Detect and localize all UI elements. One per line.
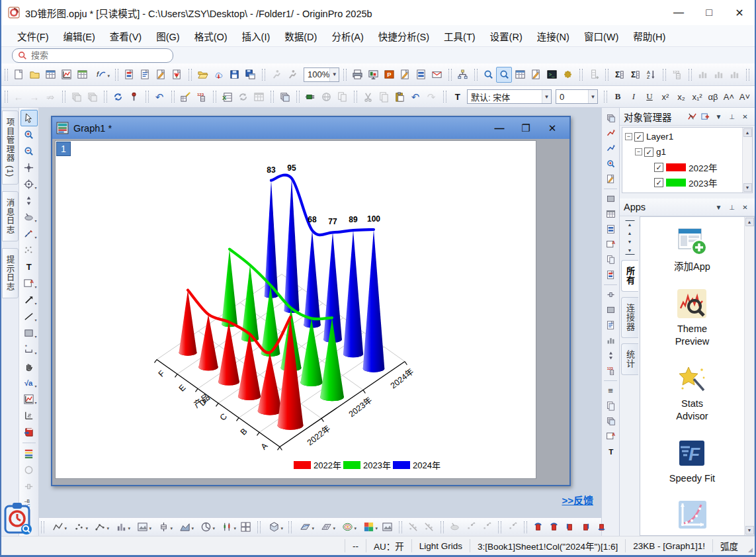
underline-icon[interactable]: U <box>642 89 657 105</box>
apps-close-icon[interactable]: ✕ <box>739 202 751 213</box>
date-time-icon[interactable]: 123 <box>603 363 618 378</box>
graph-restore-button[interactable]: ❐ <box>513 120 539 137</box>
statistics-icon[interactable]: Σ <box>627 67 643 83</box>
superscript-icon[interactable]: x² <box>657 89 673 105</box>
decrease-font-icon[interactable]: A˅ <box>737 89 753 105</box>
expander-icon[interactable]: − <box>635 148 642 155</box>
object-manager-item-Layer1[interactable]: −✓Layer1 <box>625 129 742 144</box>
add-plot-icon[interactable] <box>700 111 711 122</box>
apps-scroll-down-icon[interactable]: ▼ <box>745 526 754 535</box>
resize-graph-icon[interactable] <box>603 126 618 141</box>
project-explorer-tab[interactable]: 项目管理器 (1) <box>2 110 19 185</box>
format-text-icon[interactable]: T <box>449 89 465 105</box>
menu-f[interactable]: 文件(F) <box>11 26 56 46</box>
add-text-icon[interactable]: T <box>603 444 618 459</box>
reset-rotation-icon[interactable] <box>593 519 609 535</box>
new-graph-icon[interactable] <box>58 67 74 83</box>
graph-window-titlebar[interactable]: Graph1 * — ❐ ✕ <box>52 117 569 139</box>
find-icon[interactable] <box>496 67 512 83</box>
app-item-add-app[interactable]: 添加App <box>674 226 710 274</box>
menu-o[interactable]: 格式(O) <box>188 26 234 46</box>
menu-i[interactable]: 插入(I) <box>235 26 277 46</box>
apps-tab-统计[interactable]: 统计 <box>621 343 638 375</box>
contour-plot-icon[interactable] <box>337 519 358 535</box>
cloud-download-icon[interactable] <box>210 67 226 83</box>
new-project-icon[interactable] <box>11 67 26 83</box>
sort-icon[interactable]: AZ <box>643 67 659 83</box>
color-scale-icon[interactable] <box>603 333 618 348</box>
duplicate-window-icon[interactable] <box>276 89 292 105</box>
checkbox-icon[interactable]: ✓ <box>634 132 644 142</box>
worksheet-query-icon[interactable] <box>512 67 528 83</box>
data-reader-tool[interactable] <box>21 176 38 193</box>
apps-scroll-last-icon[interactable]: ▼ <box>625 246 635 255</box>
greek-icon[interactable]: αβ <box>705 89 721 105</box>
equation-tool[interactable]: √a <box>21 374 38 391</box>
tilt-right-icon[interactable] <box>577 519 593 535</box>
menu-n[interactable]: 连接(N) <box>530 26 576 46</box>
menu-h[interactable]: 帮助(H) <box>626 26 672 46</box>
area-chart-icon[interactable] <box>174 519 195 535</box>
image-plot-icon[interactable] <box>132 519 153 535</box>
apps-scroll-up-icon[interactable]: ▲ <box>745 218 754 226</box>
column-chart-icon[interactable] <box>110 519 132 535</box>
align-icon[interactable]: ≡ <box>753 89 756 105</box>
tilt-left-icon[interactable] <box>562 519 577 535</box>
new-matrix-icon[interactable] <box>74 67 90 83</box>
heatmap-icon[interactable] <box>358 519 379 535</box>
undo-icon[interactable]: ↶ <box>151 89 167 105</box>
menu-a[interactable]: 分析(A) <box>325 26 370 46</box>
3d-pie-icon[interactable] <box>263 519 284 535</box>
line-color-tool[interactable] <box>21 445 38 462</box>
align-left-icon[interactable]: ≡ <box>603 383 618 398</box>
menu-e[interactable]: 编辑(E) <box>57 26 102 46</box>
menu-v[interactable]: 查看(V) <box>103 26 148 46</box>
object-manager-item-2022[interactable]: ✓2022年 <box>625 159 742 175</box>
scatter-plot-icon[interactable] <box>68 519 89 535</box>
new-notes-icon[interactable] <box>137 67 153 83</box>
data-connector-icon[interactable] <box>302 89 318 105</box>
status-blank[interactable]: -- <box>345 539 366 552</box>
annotation-tool[interactable]: A <box>21 275 38 292</box>
search-input[interactable] <box>31 50 167 60</box>
xy-scale-icon[interactable] <box>603 348 618 363</box>
copy-page-icon[interactable] <box>603 110 618 126</box>
zoom-out-tool[interactable] <box>21 143 38 159</box>
apps-tab-所有[interactable]: 所有 <box>621 260 638 292</box>
template-center-icon[interactable] <box>169 67 185 83</box>
font-size-combo[interactable]: 0▼ <box>556 89 598 104</box>
powerpoint-icon[interactable]: P <box>381 67 397 83</box>
project-tree-icon[interactable] <box>454 67 470 83</box>
polar-chart-icon[interactable] <box>195 519 216 535</box>
apps-scrollbar[interactable]: ▲ ▼ <box>744 217 754 535</box>
menu-s[interactable]: 快捷分析(S) <box>372 26 436 46</box>
line-plot-icon[interactable] <box>47 519 68 535</box>
open-folder-icon[interactable] <box>194 67 210 83</box>
image-graph-icon[interactable] <box>379 519 395 535</box>
graph-close-button[interactable]: ✕ <box>539 120 566 137</box>
pin-window-icon[interactable] <box>126 89 142 105</box>
apps-tab-连接器[interactable]: 连接器 <box>621 297 638 338</box>
apps-pin-icon[interactable]: ⊥ <box>726 202 737 213</box>
status-angle-unit[interactable]: 弧度 <box>712 539 745 552</box>
data-cursor-tool[interactable] <box>21 193 38 209</box>
text-tool[interactable]: T <box>21 259 38 275</box>
menu-w[interactable]: 窗口(W) <box>577 26 625 46</box>
app-item-stats-advisor[interactable]: Stats Advisor <box>676 363 708 423</box>
object-manager-scrollbar[interactable]: ▲ ▼ <box>742 128 752 193</box>
paste-icon[interactable] <box>392 89 407 105</box>
panel-close-icon[interactable]: ✕ <box>739 111 751 122</box>
line-tool[interactable] <box>21 308 38 325</box>
new-workbook-icon[interactable] <box>42 67 58 83</box>
apps-dropdown-icon[interactable]: ▼ <box>713 202 724 213</box>
message-log-tab[interactable]: 消息日志 <box>2 191 19 241</box>
refresh-window-icon[interactable] <box>110 89 126 105</box>
apps-scroll-down-icon[interactable]: ▼ <box>625 237 635 246</box>
bold-icon[interactable]: B <box>610 89 626 105</box>
menu-g[interactable]: 图(G) <box>149 26 186 46</box>
script-window-icon[interactable]: >_ <box>544 67 560 83</box>
print-icon[interactable] <box>349 67 365 83</box>
multi-panel-icon[interactable] <box>237 519 253 535</box>
subsuperscript-icon[interactable]: x₁² <box>689 89 705 105</box>
object-manager-item-g1[interactable]: −✓g1 <box>625 144 742 159</box>
